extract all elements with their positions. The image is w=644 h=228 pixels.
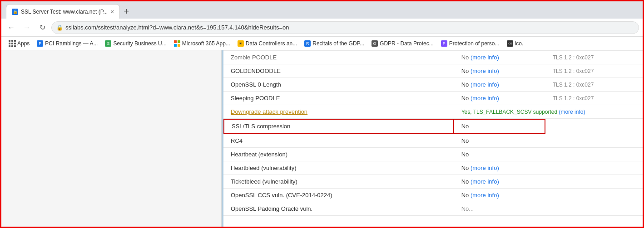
ico-icon: ico [507, 40, 513, 47]
table-row: Zombie POODLE No (more info) TLS 1.2 : 0… [223, 51, 643, 64]
more-info-link[interactable]: (more info) [559, 109, 585, 115]
table-row: OpenSSL CCS vuln. (CVE-2014-0224) No (mo… [223, 189, 643, 202]
more-info-link[interactable]: (more info) [471, 95, 499, 102]
vuln-extra [545, 134, 643, 148]
vuln-name: RC4 [223, 134, 454, 148]
security-label: Security Business U... [113, 40, 166, 47]
vuln-status: No [454, 119, 545, 134]
more-info-link[interactable]: (more info) [471, 192, 499, 199]
table-row: Heartbleed (vulnerability) No (more info… [223, 161, 643, 175]
red-border-status: No [454, 119, 545, 134]
back-button[interactable]: ← [5, 21, 18, 34]
recitals-icon: R [304, 40, 311, 47]
table-row-ssl-tls-compression: SSL/TLS compression No [223, 119, 643, 134]
new-tab-button[interactable]: + [124, 6, 129, 17]
vuln-status: No (more info) [454, 64, 545, 78]
left-panel [1, 50, 222, 228]
bookmark-ico[interactable]: ico ico. [504, 39, 526, 48]
more-info-link[interactable]: (more info) [471, 54, 499, 61]
browser-chrome: SSL Server Test: www.clara.net (P... × +… [1, 1, 643, 50]
vuln-name: OpenSSL 0-Length [223, 78, 454, 92]
page-area: Zombie POODLE No (more info) TLS 1.2 : 0… [1, 50, 643, 228]
address-bar[interactable]: 🔒 ssllabs.com/ssltest/analyze.html?d=www… [51, 21, 639, 34]
vuln-status: No (more info) [454, 92, 545, 105]
vuln-status: No... [454, 202, 545, 216]
bookmarks-bar: Apps P PCI Ramblings — A... S Security B… [1, 37, 643, 50]
table-row: Heartbeat (extension) No [223, 148, 643, 161]
gdpr-label: GDPR - Data Protec... [380, 40, 434, 47]
more-info-link[interactable]: (more info) [471, 178, 499, 185]
vuln-extra: TLS 1.2 : 0xc027 [545, 78, 643, 92]
table-row: Ticketbleed (vulnerability) No (more inf… [223, 175, 643, 189]
ico-label: ico. [515, 40, 524, 47]
table-row: Sleeping POODLE No (more info) TLS 1.2 :… [223, 92, 643, 105]
bookmark-data-controllers[interactable]: ☀ Data Controllers an... [235, 39, 300, 48]
vuln-status: No (more info) [454, 189, 545, 202]
vuln-name: Heartbeat (extension) [223, 148, 454, 161]
security-icon: S [105, 40, 111, 47]
microsoft-label: Microsoft 365 App... [182, 40, 230, 47]
table-row: OpenSSL Padding Oracle vuln. No... [223, 202, 643, 216]
tab-close-button[interactable]: × [110, 9, 114, 15]
vuln-extra: TLS 1.2 : 0xc027 [545, 51, 643, 64]
vuln-extra [545, 189, 643, 202]
data-controllers-icon: ☀ [238, 40, 244, 47]
svg-rect-2 [174, 44, 177, 47]
bookmark-protection[interactable]: P Protection of perso... [438, 39, 502, 48]
recitals-label: Recitals of the GDP... [312, 40, 364, 47]
vuln-extra [545, 119, 643, 134]
vuln-name: Heartbleed (vulnerability) [223, 161, 454, 175]
vuln-status: No (more info) [454, 78, 545, 92]
apps-label: Apps [17, 40, 30, 47]
vuln-name: OpenSSL Padding Oracle vuln. [223, 202, 454, 216]
bookmark-recitals[interactable]: R Recitals of the GDP... [302, 39, 367, 48]
bookmark-gdpr[interactable]: G GDPR - Data Protec... [369, 39, 436, 48]
pci-label: PCI Ramblings — A... [45, 40, 98, 47]
bookmark-microsoft[interactable]: Microsoft 365 App... [171, 39, 233, 48]
svg-rect-0 [174, 40, 177, 43]
vuln-extra: TLS 1.2 : 0xc027 [545, 64, 643, 78]
vuln-status: No (more info) [454, 161, 545, 175]
svg-rect-1 [178, 40, 180, 43]
forward-button[interactable]: → [20, 21, 33, 34]
reload-button[interactable]: ↻ [36, 21, 49, 34]
table-row: Downgrade attack prevention Yes, TLS_FAL… [223, 105, 643, 119]
vuln-name: Ticketbleed (vulnerability) [223, 175, 454, 189]
table-row: OpenSSL 0-Length No (more info) TLS 1.2 … [223, 78, 643, 92]
vuln-name: Downgrade attack prevention [223, 105, 454, 119]
vuln-status: No (more info) [454, 51, 545, 64]
tab-title: SSL Server Test: www.clara.net (P... [21, 9, 108, 15]
vuln-name: OpenSSL CCS vuln. (CVE-2014-0224) [223, 189, 454, 202]
vuln-extra [545, 202, 643, 216]
vuln-name: Zombie POODLE [223, 51, 454, 64]
main-content: Zombie POODLE No (more info) TLS 1.2 : 0… [223, 50, 643, 228]
tab-bar: SSL Server Test: www.clara.net (P... × + [1, 1, 643, 19]
bookmark-apps[interactable]: Apps [6, 39, 32, 49]
bookmark-pci[interactable]: P PCI Ramblings — A... [34, 39, 100, 48]
active-tab[interactable]: SSL Server Test: www.clara.net (P... × [6, 4, 120, 19]
microsoft-icon [174, 40, 180, 47]
protection-icon: P [441, 40, 447, 47]
table-row: GOLDENDOODLE No (more info) TLS 1.2 : 0x… [223, 64, 643, 78]
more-info-link[interactable]: (more info) [471, 68, 499, 74]
bookmark-security[interactable]: S Security Business U... [102, 39, 169, 48]
apps-grid-icon [9, 40, 16, 47]
more-info-link[interactable]: (more info) [471, 165, 499, 171]
vuln-status: No [454, 134, 545, 148]
vuln-extra: TLS 1.2 : 0xc027 [545, 92, 643, 105]
pci-icon: P [37, 40, 43, 47]
vuln-status: Yes, TLS_FALLBACK_SCSV supported (more i… [454, 105, 643, 119]
protection-label: Protection of perso... [449, 40, 500, 47]
data-controllers-label: Data Controllers an... [246, 40, 297, 47]
table-row: RC4 No [223, 134, 643, 148]
vuln-status: No [454, 148, 545, 161]
vuln-status: No (more info) [454, 175, 545, 189]
red-border-box: SSL/TLS compression [223, 119, 454, 134]
svg-rect-3 [178, 44, 180, 47]
nav-bar: ← → ↻ 🔒 ssllabs.com/ssltest/analyze.html… [1, 19, 643, 37]
tab-favicon [12, 9, 18, 15]
gdpr-icon: G [372, 40, 378, 47]
lock-icon: 🔒 [56, 24, 63, 31]
more-info-link[interactable]: (more info) [471, 81, 499, 88]
ssl-results-table: Zombie POODLE No (more info) TLS 1.2 : 0… [223, 50, 643, 216]
